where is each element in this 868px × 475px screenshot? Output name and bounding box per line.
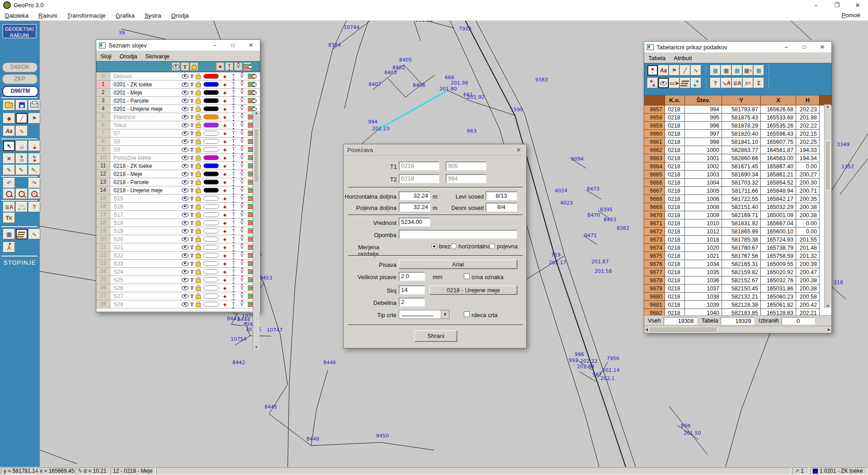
- right-neighbor-field[interactable]: 8/4: [486, 203, 517, 212]
- vector-point-icon[interactable]: V: [238, 245, 246, 250]
- attributes-view-icon[interactable]: [246, 82, 256, 87]
- symbol-icon[interactable]: ◆: [221, 204, 229, 209]
- close-icon[interactable]: ✕: [242, 40, 260, 51]
- table-view-2-button[interactable]: ▦: [721, 65, 731, 76]
- scroll-thumb[interactable]: [825, 141, 830, 190]
- geodetski-racuni-button[interactable]: GEODETSKI RAÈUNI: [2, 24, 37, 38]
- visibility-icon[interactable]: [181, 294, 189, 299]
- table-row[interactable]: 967302181018581785.38165724.93201.55: [644, 236, 831, 244]
- symbol-icon[interactable]: ◆: [221, 221, 229, 225]
- visibility-icon[interactable]: [181, 139, 189, 144]
- text-point-icon[interactable]: T: [229, 204, 238, 209]
- maximize-icon[interactable]: □: [795, 42, 813, 52]
- lock-icon[interactable]: [195, 236, 202, 242]
- vector-point-icon[interactable]: V: [238, 286, 246, 290]
- lock-icon[interactable]: [195, 204, 202, 209]
- text-point-icon[interactable]: T: [229, 172, 238, 176]
- text-point-icon[interactable]: T: [229, 213, 238, 217]
- scroll-thumb[interactable]: [254, 128, 259, 183]
- layer-row-14[interactable]: 140218 - Urejene mejeT◆TV: [96, 186, 260, 195]
- minimize-icon[interactable]: –: [206, 40, 224, 51]
- text-visibility-icon[interactable]: T: [189, 171, 195, 177]
- text-visibility-icon[interactable]: T: [189, 195, 195, 201]
- layer-row-16[interactable]: 16S16T◆TV: [96, 203, 260, 211]
- scroll-up-icon[interactable]: ▲: [826, 104, 830, 109]
- text-point-icon[interactable]: T: [229, 115, 238, 119]
- text-visibility-icon[interactable]: T: [189, 228, 195, 234]
- text-point-icon[interactable]: T: [229, 123, 238, 128]
- table-row[interactable]: 966302181001582860.66164563.00194.34: [644, 154, 831, 162]
- column-header-H[interactable]: H: [796, 95, 820, 105]
- layer-row-0[interactable]: 0DelovniT◆TV: [96, 72, 260, 81]
- move-numbered-button[interactable]: →10: [16, 141, 28, 151]
- polyline-tool-button[interactable]: ∿: [16, 126, 28, 136]
- layer-color-swatch[interactable]: [202, 228, 221, 233]
- table-view-4-button[interactable]: ▦: [754, 65, 764, 76]
- table-row[interactable]: 96590218996581878.29165535.26202.22: [644, 122, 831, 130]
- vector-point-icon[interactable]: V: [238, 164, 246, 168]
- visibility-icon[interactable]: [172, 62, 180, 71]
- symbol-icon[interactable]: ◆: [221, 261, 229, 266]
- select-tool-button[interactable]: ↖: [3, 141, 15, 151]
- radio-brez[interactable]: brez: [431, 243, 450, 250]
- layer-color-swatch[interactable]: [202, 220, 221, 225]
- layer-color-swatch[interactable]: [202, 245, 221, 250]
- scroll-thumb[interactable]: [649, 327, 717, 332]
- vector-point-icon[interactable]: V: [238, 172, 246, 176]
- lock-icon[interactable]: [195, 114, 202, 120]
- layer-row-18[interactable]: 18S18T◆TV: [96, 219, 260, 227]
- layer-color-swatch[interactable]: [202, 269, 221, 274]
- attributes-view-icon[interactable]: [246, 74, 256, 79]
- vector-point-icon[interactable]: V: [238, 139, 246, 144]
- vector-point-icon[interactable]: V: [238, 115, 246, 119]
- table-window-title-bar[interactable]: Tabelaricni prikaz podatkov – □ ✕: [644, 42, 831, 53]
- visibility-icon[interactable]: [181, 115, 189, 119]
- list-attributes-tool-button[interactable]: ≣A: [732, 78, 742, 88]
- close-icon[interactable]: ✕: [847, 0, 868, 10]
- layer-row-2[interactable]: 20201 - MejeT◆TV: [96, 89, 260, 97]
- text-tool-button[interactable]: Aa: [3, 126, 15, 136]
- layer-row-1[interactable]: 10201 - ZK toèkeT◆TV: [96, 81, 260, 89]
- layer-color-swatch[interactable]: [202, 139, 221, 144]
- attributes-view-icon[interactable]: [246, 98, 256, 103]
- column-header-Y[interactable]: Y: [722, 95, 761, 105]
- text-point-icon[interactable]: T: [229, 90, 238, 95]
- text-tool-button[interactable]: Aa: [658, 65, 669, 76]
- profile-tool-button[interactable]: ▭➤: [669, 78, 679, 88]
- layer-row-25[interactable]: 25S25T◆TV: [96, 276, 260, 284]
- visibility-icon[interactable]: [181, 172, 189, 176]
- layer-color-swatch[interactable]: [202, 237, 221, 242]
- lock-icon[interactable]: [195, 212, 202, 218]
- column-header-row[interactable]: [644, 95, 665, 105]
- lock-icon[interactable]: [195, 155, 202, 161]
- radio-horizontalna[interactable]: horizontalna: [451, 243, 491, 250]
- t2-ko-field[interactable]: 0218: [399, 174, 439, 183]
- table-row[interactable]: 967502181021581767.56165758.59201.32: [644, 252, 831, 260]
- thickness-field[interactable]: 2: [399, 298, 425, 307]
- text-point-icon[interactable]: T: [229, 245, 238, 250]
- layer-row-8[interactable]: 8S8T◆TV: [96, 138, 260, 146]
- symbol-icon[interactable]: ◆: [221, 115, 229, 119]
- layer-color-swatch[interactable]: [202, 106, 221, 111]
- close-icon[interactable]: ✕: [511, 147, 526, 153]
- parcel-line[interactable]: [264, 284, 288, 385]
- visibility-tool-button[interactable]: [658, 78, 669, 88]
- text-visibility-icon[interactable]: T: [189, 212, 195, 218]
- text-visibility-icon[interactable]: T: [189, 204, 195, 209]
- menu-datoteka[interactable]: Datoteka: [0, 12, 33, 19]
- menu-grafika[interactable]: Grafika: [111, 12, 140, 19]
- open-button[interactable]: [3, 100, 15, 110]
- profile-line-button[interactable]: ∿: [28, 229, 40, 239]
- vector-point-icon[interactable]: V: [238, 294, 246, 299]
- table-row[interactable]: 967702181035582159.82165020.92200.47: [644, 268, 831, 276]
- text-symbol-button[interactable]: TK: [3, 213, 15, 223]
- scroll-down-icon[interactable]: ▼: [255, 345, 258, 349]
- left-neighbor-field[interactable]: 8/13: [486, 191, 517, 200]
- text-point-icon[interactable]: T: [229, 131, 238, 136]
- note-field[interactable]: [399, 230, 517, 239]
- layers-scrollbar[interactable]: ▲ ▼: [253, 111, 259, 349]
- text-point-icon[interactable]: T: [229, 302, 238, 307]
- menu-tabela[interactable]: Tabela: [644, 55, 670, 62]
- layer-color-swatch[interactable]: [202, 123, 221, 128]
- lock-icon[interactable]: [195, 269, 202, 275]
